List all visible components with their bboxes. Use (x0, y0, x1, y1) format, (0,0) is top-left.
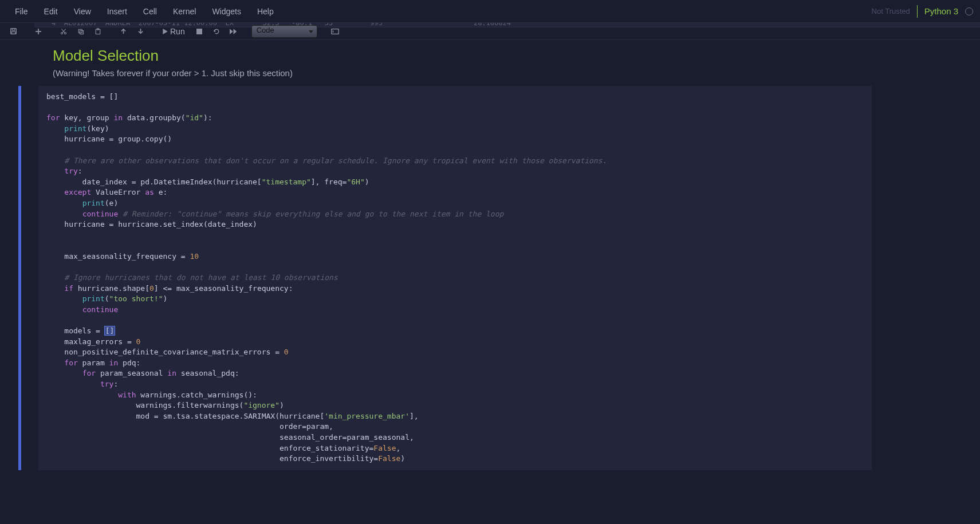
svg-rect-10 (80, 30, 84, 34)
svg-marker-17 (230, 29, 233, 34)
cell-type-select[interactable]: Code (251, 25, 317, 38)
menubar-left: File Edit View Insert Cell Kernel Widget… (7, 3, 282, 19)
input-prompt (21, 86, 38, 470)
kernel-name[interactable]: Python 3 (924, 6, 958, 16)
code-cell-selected[interactable]: best_models = [] for key, group in data.… (18, 86, 980, 470)
kernel-status-icon (965, 7, 973, 15)
svg-marker-15 (163, 29, 167, 34)
save-button[interactable] (6, 25, 21, 38)
cell-type-value: Code (257, 26, 274, 34)
run-label: Run (170, 27, 185, 36)
menubar-right: Not Trusted Python 3 (872, 5, 973, 18)
svg-rect-9 (78, 29, 82, 33)
partial-output-row: 4 AL012007 ANDREA 2007-05-11 12:00:00 EX… (34, 23, 980, 27)
notebook-container: Model Selection (Warning! Takes forever … (0, 40, 980, 524)
markdown-subtext: (Warning! Takes forever if your order > … (53, 68, 980, 78)
menu-edit[interactable]: Edit (36, 3, 66, 19)
svg-marker-18 (234, 29, 237, 34)
svg-rect-1 (12, 29, 15, 30)
trust-indicator[interactable]: Not Trusted (872, 7, 910, 15)
svg-rect-2 (11, 31, 15, 34)
menu-cell[interactable]: Cell (135, 3, 165, 19)
markdown-heading: Model Selection (53, 47, 980, 65)
svg-rect-16 (196, 29, 202, 34)
toolbar: 4 AL012007 ANDREA 2007-05-11 12:00:00 EX… (0, 23, 980, 40)
kernel-separator (917, 5, 918, 18)
menu-help[interactable]: Help (249, 3, 282, 19)
menu-kernel[interactable]: Kernel (165, 3, 204, 19)
menu-widgets[interactable]: Widgets (204, 3, 249, 19)
code-editor[interactable]: best_models = [] for key, group in data.… (38, 86, 872, 470)
svg-rect-19 (332, 29, 339, 34)
menu-file[interactable]: File (7, 3, 36, 19)
menu-insert[interactable]: Insert (99, 3, 135, 19)
markdown-cell[interactable]: Model Selection (Warning! Takes forever … (0, 40, 980, 86)
menu-view[interactable]: View (66, 3, 99, 19)
menubar: File Edit View Insert Cell Kernel Widget… (0, 0, 980, 23)
